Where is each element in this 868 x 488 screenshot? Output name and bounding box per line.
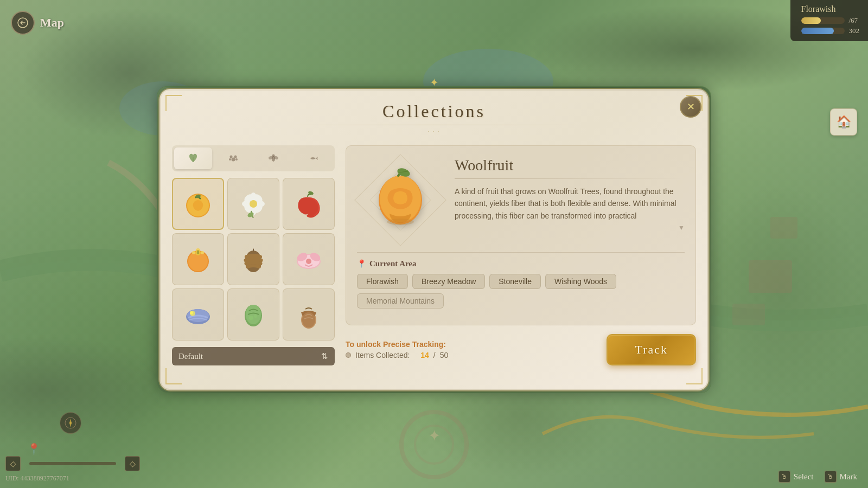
progress-dot — [346, 352, 351, 358]
hud-panel: Florawish /67 302 — [790, 0, 869, 41]
hud-bar-1 — [801, 17, 845, 24]
svg-point-11 — [230, 156, 233, 158]
item-preview — [357, 157, 444, 243]
svg-point-12 — [234, 156, 237, 158]
area-tag-memorial[interactable]: Memorial Mountains — [357, 293, 444, 309]
svg-rect-4 — [732, 304, 765, 325]
cat-tab-fish[interactable] — [295, 147, 333, 169]
tracking-current: 14 — [420, 351, 429, 359]
svg-point-47 — [306, 259, 311, 264]
pin-icon: 📍 — [357, 259, 366, 268]
item-cell-2[interactable] — [227, 178, 279, 230]
cat-tab-insect[interactable] — [254, 147, 292, 169]
current-area-section: 📍 Current Area Florawish Breezy Meadow S… — [357, 252, 685, 309]
svg-point-19 — [272, 155, 275, 157]
cat-tab-animal[interactable] — [214, 147, 252, 169]
hud-area-name: Florawish — [801, 4, 860, 14]
item-detail-box: Woolfruit A kind of fruit that grows on … — [346, 145, 696, 325]
item-cell-3[interactable] — [283, 178, 335, 230]
item-info: Woolfruit A kind of fruit that grows on … — [455, 157, 685, 243]
nav-progress-bar — [29, 462, 116, 465]
item-cell-8[interactable] — [227, 288, 279, 341]
cat-tab-plant[interactable] — [174, 147, 212, 169]
dialog-content: Default ⇅ — [172, 145, 696, 365]
tracking-progress: Items Collected: 14 / 50 — [346, 351, 607, 359]
area-header-label: Current Area — [369, 259, 417, 268]
tracking-progress-label: Items Collected: — [355, 351, 410, 359]
right-panel: Woolfruit A kind of fruit that grows on … — [346, 145, 696, 365]
detail-content: Woolfruit A kind of fruit that grows on … — [357, 157, 685, 243]
nav-right-icon[interactable]: ◇ — [125, 456, 140, 471]
hud-bar-2 — [801, 28, 845, 34]
svg-point-9 — [69, 422, 72, 424]
mark-label: Mark — [840, 472, 858, 481]
item-preview-emoji — [368, 159, 433, 241]
area-tag-stoneville[interactable]: Stoneville — [489, 274, 541, 289]
area-tags: Florawish Breezy Meadow Stoneville Wishi… — [357, 274, 685, 309]
tracking-separator: / — [433, 351, 436, 359]
collections-dialog: ✦ ✕ Collections · · · — [157, 87, 711, 401]
item-name: Woolfruit — [455, 157, 685, 174]
close-button[interactable]: ✕ — [680, 96, 701, 118]
corner-bl — [165, 368, 182, 384]
svg-rect-2 — [749, 260, 792, 293]
item-cell-1[interactable] — [172, 178, 224, 230]
svg-point-0 — [401, 412, 467, 477]
corner-br — [686, 368, 703, 384]
tracking-unlock-text: To unlock Precise Tracking: — [346, 340, 607, 349]
tracking-total: 50 — [440, 351, 449, 359]
item-grid — [172, 178, 335, 341]
svg-point-33 — [250, 200, 257, 208]
map-back-icon[interactable] — [11, 11, 35, 35]
close-icon: ✕ — [687, 101, 695, 113]
item-cell-9[interactable] — [283, 288, 335, 341]
svg-point-54 — [249, 316, 253, 320]
area-tag-florawish[interactable]: Florawish — [357, 274, 408, 289]
mark-key-icon: 🖱 — [825, 471, 837, 483]
left-panel: Default ⇅ — [172, 145, 335, 365]
hud-bar-2-fill — [801, 28, 834, 34]
svg-point-14 — [229, 158, 231, 160]
star-decoration: ✦ — [428, 427, 441, 445]
item-cell-5[interactable] — [227, 233, 279, 285]
select-action: 🖱 Select — [778, 471, 814, 483]
scroll-indicator: ▼ — [455, 224, 685, 232]
track-button[interactable]: Track — [607, 334, 696, 365]
map-compass[interactable] — [60, 412, 81, 434]
map-nav-button[interactable]: Map — [11, 11, 64, 35]
hud-bar-1-value: /67 — [849, 16, 858, 25]
tracking-info: To unlock Precise Tracking: Items Collec… — [346, 340, 607, 359]
home-icon[interactable]: 🏠 — [830, 108, 857, 136]
map-location-pin[interactable]: 📍 — [27, 442, 41, 455]
mark-action: 🖱 Mark — [825, 471, 858, 483]
item-cell-6[interactable] — [283, 233, 335, 285]
item-divider — [455, 178, 685, 179]
svg-point-13 — [232, 158, 235, 162]
sort-icon: ⇅ — [321, 351, 328, 361]
top-star-decoration: ✦ — [430, 76, 439, 89]
sort-label: Default — [178, 352, 203, 361]
item-description: A kind of fruit that grows on Woolfruit … — [455, 185, 685, 222]
area-header: 📍 Current Area — [357, 259, 685, 268]
svg-rect-3 — [770, 217, 797, 239]
sort-bar[interactable]: Default ⇅ — [172, 347, 335, 365]
item-cell-7[interactable] — [172, 288, 224, 341]
svg-point-15 — [235, 158, 238, 160]
bottom-right-actions: 🖱 Select 🖱 Mark — [778, 471, 857, 483]
select-key-icon: 🖱 — [778, 471, 790, 483]
uid-display: UID: 443388927767071 — [5, 474, 140, 483]
map-side-icons: 🏠 — [830, 108, 857, 136]
area-tag-wishing[interactable]: Wishing Woods — [545, 274, 616, 289]
nav-left-icon[interactable]: ◇ — [5, 456, 21, 471]
svg-point-39 — [201, 251, 204, 254]
dialog-frame: ✕ Collections · · · — [159, 89, 709, 390]
dialog-outer-border: ✕ Collections · · · — [157, 87, 711, 393]
hud-bar-2-value: 302 — [849, 27, 860, 35]
title-divider — [277, 125, 591, 125]
bottom-action-bar: To unlock Precise Tracking: Items Collec… — [346, 334, 696, 365]
item-cell-4[interactable] — [172, 233, 224, 285]
dialog-title: Collections — [172, 101, 696, 121]
area-tag-breezy[interactable]: Breezy Meadow — [412, 274, 485, 289]
svg-point-51 — [190, 311, 193, 314]
title-dot: · · · — [172, 129, 696, 134]
